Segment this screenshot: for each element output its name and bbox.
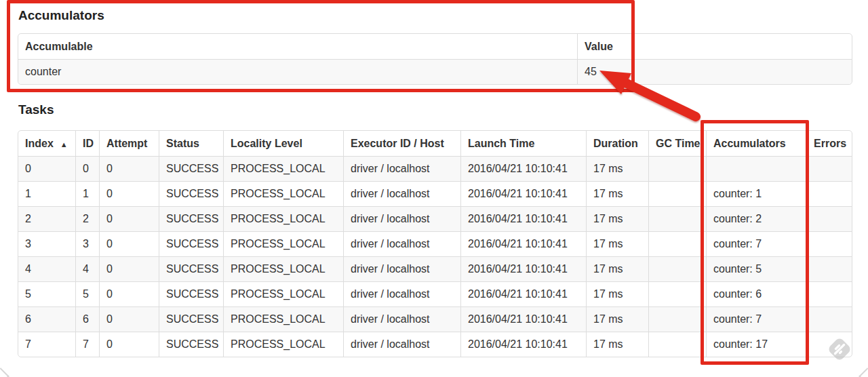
table-cell-executor: driver / localhost xyxy=(343,256,460,281)
table-cell-executor: driver / localhost xyxy=(343,306,460,332)
column-header-gc-time[interactable]: GC Time xyxy=(648,131,706,156)
table-cell-attempt: 0 xyxy=(99,256,159,281)
table-cell-locality: PROCESS_LOCAL xyxy=(223,306,343,332)
table-cell-launch: 2016/04/21 10:10:41 xyxy=(460,206,586,231)
table-cell-index: 1 xyxy=(18,181,75,206)
column-header-errors[interactable]: Errors xyxy=(806,131,852,156)
table-cell-status: SUCCESS xyxy=(159,206,223,231)
table-cell-locality: PROCESS_LOCAL xyxy=(223,281,343,306)
table-cell-executor: driver / localhost xyxy=(343,332,460,357)
table-cell-id: 0 xyxy=(75,156,99,181)
table-row: 110SUCCESSPROCESS_LOCALdriver / localhos… xyxy=(18,181,852,206)
table-cell-errors xyxy=(806,231,852,256)
table-cell-launch: 2016/04/21 10:10:41 xyxy=(460,181,586,206)
table-row: 220SUCCESSPROCESS_LOCALdriver / localhos… xyxy=(18,206,852,231)
table-cell-executor: driver / localhost xyxy=(343,156,460,181)
column-header-value: Value xyxy=(577,34,852,59)
table-cell-gc_time xyxy=(648,231,706,256)
table-cell-launch: 2016/04/21 10:10:41 xyxy=(460,156,586,181)
accumulators-table-header-row: Accumulable Value xyxy=(18,34,852,59)
table-cell-gc_time xyxy=(648,306,706,332)
table-row: 440SUCCESSPROCESS_LOCALdriver / localhos… xyxy=(18,256,852,281)
table-row: 550SUCCESSPROCESS_LOCALdriver / localhos… xyxy=(18,281,852,306)
table-cell-index: 7 xyxy=(18,332,75,357)
column-header-executor-id-host[interactable]: Executor ID / Host xyxy=(343,131,460,156)
table-cell-accumulators xyxy=(706,156,806,181)
table-cell-status: SUCCESS xyxy=(159,181,223,206)
accumulators-section-heading: Accumulators xyxy=(18,8,104,23)
table-cell-gc_time xyxy=(648,206,706,231)
window-corner-right xyxy=(859,368,868,377)
table-cell-accumulators: counter: 7 xyxy=(706,306,806,332)
table-cell-duration: 17 ms xyxy=(586,332,648,357)
table-cell-gc_time xyxy=(648,256,706,281)
column-header-locality-level[interactable]: Locality Level xyxy=(223,131,343,156)
table-cell-errors xyxy=(806,206,852,231)
table-cell-index: 3 xyxy=(18,231,75,256)
table-cell-locality: PROCESS_LOCAL xyxy=(223,332,343,357)
table-row: 330SUCCESSPROCESS_LOCALdriver / localhos… xyxy=(18,231,852,256)
table-cell-executor: driver / localhost xyxy=(343,206,460,231)
table-cell-index: 0 xyxy=(18,156,75,181)
table-cell-attempt: 0 xyxy=(99,181,159,206)
sort-ascending-icon: ▲ xyxy=(60,140,68,148)
table-cell-id: 4 xyxy=(75,256,99,281)
table-cell-attempt: 0 xyxy=(99,332,159,357)
table-cell-duration: 17 ms xyxy=(586,156,648,181)
table-cell-locality: PROCESS_LOCAL xyxy=(223,231,343,256)
table-cell-status: SUCCESS xyxy=(159,256,223,281)
column-header-accumulators[interactable]: Accumulators xyxy=(706,131,806,156)
table-cell-attempt: 0 xyxy=(99,281,159,306)
table-cell-launch: 2016/04/21 10:10:41 xyxy=(460,256,586,281)
table-cell-index: 6 xyxy=(18,306,75,332)
column-header-index-label: Index xyxy=(25,138,54,149)
table-cell-launch: 2016/04/21 10:10:41 xyxy=(460,306,586,332)
table-cell-index: 4 xyxy=(18,256,75,281)
table-cell-attempt: 0 xyxy=(99,206,159,231)
column-header-launch-time[interactable]: Launch Time xyxy=(460,131,586,156)
table-cell-accumulators: counter: 17 xyxy=(706,332,806,357)
window-corner-left xyxy=(0,368,9,377)
table-row: 660SUCCESSPROCESS_LOCALdriver / localhos… xyxy=(18,306,852,332)
table-cell-locality: PROCESS_LOCAL xyxy=(223,256,343,281)
column-header-id[interactable]: ID xyxy=(75,131,99,156)
table-cell-duration: 17 ms xyxy=(586,231,648,256)
table-cell-status: SUCCESS xyxy=(159,332,223,357)
table-cell-errors xyxy=(806,256,852,281)
table-cell-executor: driver / localhost xyxy=(343,281,460,306)
table-cell-index: 2 xyxy=(18,206,75,231)
table-cell-errors xyxy=(806,156,852,181)
column-header-accumulable: Accumulable xyxy=(18,34,577,59)
table-cell-id: 3 xyxy=(75,231,99,256)
table-cell-launch: 2016/04/21 10:10:41 xyxy=(460,231,586,256)
table-cell-accumulators: counter: 6 xyxy=(706,281,806,306)
tasks-table-header-row: Index▲ ID Attempt Status Locality Level … xyxy=(18,131,852,156)
table-cell-duration: 17 ms xyxy=(586,306,648,332)
table-cell-value: 45 xyxy=(577,59,852,84)
table-cell-index: 5 xyxy=(18,281,75,306)
table-cell-accumulators: counter: 1 xyxy=(706,181,806,206)
table-cell-id: 7 xyxy=(75,332,99,357)
table-cell-status: SUCCESS xyxy=(159,231,223,256)
column-header-status[interactable]: Status xyxy=(159,131,223,156)
table-cell-duration: 17 ms xyxy=(586,181,648,206)
table-cell-attempt: 0 xyxy=(99,156,159,181)
table-cell-attempt: 0 xyxy=(99,231,159,256)
table-cell-executor: driver / localhost xyxy=(343,231,460,256)
table-cell-gc_time xyxy=(648,181,706,206)
table-cell-status: SUCCESS xyxy=(159,156,223,181)
table-cell-status: SUCCESS xyxy=(159,281,223,306)
table-row: 000SUCCESSPROCESS_LOCALdriver / localhos… xyxy=(18,156,852,181)
table-cell-status: SUCCESS xyxy=(159,306,223,332)
column-header-duration[interactable]: Duration xyxy=(586,131,648,156)
table-cell-locality: PROCESS_LOCAL xyxy=(223,206,343,231)
table-cell-id: 6 xyxy=(75,306,99,332)
column-header-attempt[interactable]: Attempt xyxy=(99,131,159,156)
table-cell-gc_time xyxy=(648,332,706,357)
table-cell-id: 2 xyxy=(75,206,99,231)
watermark-icon xyxy=(826,336,853,363)
table-cell-accumulators: counter: 7 xyxy=(706,231,806,256)
column-header-index[interactable]: Index▲ xyxy=(18,131,75,156)
table-cell-gc_time xyxy=(648,156,706,181)
table-cell-locality: PROCESS_LOCAL xyxy=(223,156,343,181)
